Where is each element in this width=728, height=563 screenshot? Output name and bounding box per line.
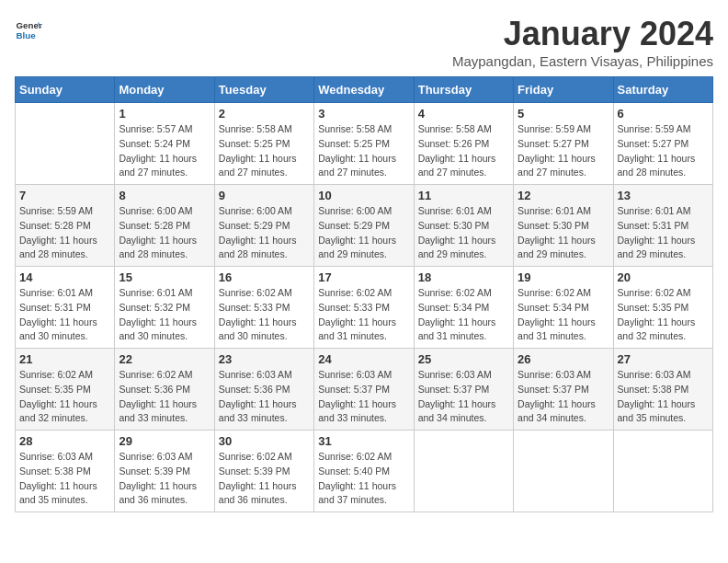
calendar-day-cell: 29Sunrise: 6:03 AMSunset: 5:39 PMDayligh… (115, 431, 214, 512)
day-info: Sunrise: 5:59 AMSunset: 5:27 PMDaylight:… (518, 122, 609, 180)
calendar-day-cell: 24Sunrise: 6:03 AMSunset: 5:37 PMDayligh… (314, 349, 414, 431)
calendar-day-cell: 31Sunrise: 6:02 AMSunset: 5:40 PMDayligh… (314, 431, 414, 512)
day-info: Sunrise: 6:03 AMSunset: 5:37 PMDaylight:… (318, 368, 409, 426)
day-info: Sunrise: 5:58 AMSunset: 5:25 PMDaylight:… (219, 122, 310, 180)
day-number: 19 (518, 270, 609, 284)
day-number: 30 (219, 434, 310, 448)
svg-text:Blue: Blue (17, 30, 37, 40)
calendar-day-cell: 7Sunrise: 5:59 AMSunset: 5:28 PMDaylight… (16, 185, 115, 267)
day-info: Sunrise: 6:00 AMSunset: 5:29 PMDaylight:… (219, 204, 310, 262)
logo: General Blue (15, 15, 42, 42)
page-header: General Blue January 2024 Maypangdan, Ea… (15, 15, 713, 69)
day-number: 31 (318, 434, 409, 448)
day-info: Sunrise: 6:01 AMSunset: 5:32 PMDaylight:… (119, 286, 210, 344)
day-number: 18 (418, 270, 509, 284)
day-number: 25 (418, 352, 509, 366)
calendar-body: 1Sunrise: 5:57 AMSunset: 5:24 PMDaylight… (16, 103, 713, 512)
calendar-day-cell: 26Sunrise: 6:03 AMSunset: 5:37 PMDayligh… (514, 349, 613, 431)
calendar-day-cell: 23Sunrise: 6:03 AMSunset: 5:36 PMDayligh… (214, 349, 313, 431)
calendar-day-cell: 14Sunrise: 6:01 AMSunset: 5:31 PMDayligh… (16, 267, 115, 349)
calendar-day-cell: 1Sunrise: 5:57 AMSunset: 5:24 PMDaylight… (115, 103, 214, 185)
calendar-day-cell: 28Sunrise: 6:03 AMSunset: 5:38 PMDayligh… (16, 431, 115, 512)
calendar-week-row: 1Sunrise: 5:57 AMSunset: 5:24 PMDaylight… (16, 103, 713, 185)
day-number: 8 (119, 189, 210, 202)
calendar-day-cell (16, 103, 115, 185)
calendar-day-cell: 17Sunrise: 6:02 AMSunset: 5:33 PMDayligh… (314, 267, 414, 349)
day-info: Sunrise: 5:58 AMSunset: 5:25 PMDaylight:… (318, 122, 409, 180)
day-info: Sunrise: 5:59 AMSunset: 5:28 PMDaylight:… (19, 204, 110, 262)
calendar-day-cell: 11Sunrise: 6:01 AMSunset: 5:30 PMDayligh… (414, 185, 513, 267)
calendar-week-row: 14Sunrise: 6:01 AMSunset: 5:31 PMDayligh… (16, 267, 713, 349)
day-number: 26 (518, 352, 609, 366)
day-number: 5 (518, 107, 609, 121)
day-info: Sunrise: 6:01 AMSunset: 5:30 PMDaylight:… (518, 204, 609, 262)
calendar-day-cell: 30Sunrise: 6:02 AMSunset: 5:39 PMDayligh… (214, 431, 313, 512)
day-info: Sunrise: 6:02 AMSunset: 5:40 PMDaylight:… (318, 450, 409, 508)
calendar-day-cell (414, 431, 513, 512)
calendar-day-cell: 4Sunrise: 5:58 AMSunset: 5:26 PMDaylight… (414, 103, 513, 185)
day-info: Sunrise: 5:58 AMSunset: 5:26 PMDaylight:… (418, 122, 509, 180)
day-number: 11 (418, 189, 509, 202)
day-info: Sunrise: 6:02 AMSunset: 5:35 PMDaylight:… (618, 286, 709, 344)
day-info: Sunrise: 6:02 AMSunset: 5:34 PMDaylight:… (418, 286, 509, 344)
day-number: 29 (119, 434, 210, 448)
day-info: Sunrise: 6:00 AMSunset: 5:28 PMDaylight:… (119, 204, 210, 262)
weekday-header-cell: Monday (115, 77, 214, 103)
calendar-day-cell: 16Sunrise: 6:02 AMSunset: 5:33 PMDayligh… (214, 267, 313, 349)
calendar-day-cell: 12Sunrise: 6:01 AMSunset: 5:30 PMDayligh… (514, 185, 613, 267)
calendar-day-cell: 27Sunrise: 6:03 AMSunset: 5:38 PMDayligh… (613, 349, 712, 431)
day-number: 20 (618, 270, 709, 284)
day-number: 7 (19, 189, 110, 202)
calendar-day-cell: 10Sunrise: 6:00 AMSunset: 5:29 PMDayligh… (314, 185, 414, 267)
calendar-day-cell: 21Sunrise: 6:02 AMSunset: 5:35 PMDayligh… (16, 349, 115, 431)
day-number: 17 (318, 270, 409, 284)
day-info: Sunrise: 6:03 AMSunset: 5:36 PMDaylight:… (219, 368, 310, 426)
svg-text:General: General (17, 20, 43, 30)
month-title: January 2024 (452, 15, 713, 53)
day-info: Sunrise: 6:02 AMSunset: 5:35 PMDaylight:… (19, 368, 110, 426)
day-info: Sunrise: 6:01 AMSunset: 5:30 PMDaylight:… (418, 204, 509, 262)
weekday-header-cell: Tuesday (214, 77, 313, 103)
day-info: Sunrise: 6:03 AMSunset: 5:39 PMDaylight:… (119, 450, 210, 508)
day-number: 23 (219, 352, 310, 366)
title-block: January 2024 Maypangdan, Eastern Visayas… (452, 15, 713, 69)
calendar-week-row: 21Sunrise: 6:02 AMSunset: 5:35 PMDayligh… (16, 349, 713, 431)
day-number: 21 (19, 352, 110, 366)
calendar-day-cell: 22Sunrise: 6:02 AMSunset: 5:36 PMDayligh… (115, 349, 214, 431)
day-number: 6 (618, 107, 709, 121)
day-number: 4 (418, 107, 509, 121)
calendar-day-cell (613, 431, 712, 512)
day-info: Sunrise: 6:01 AMSunset: 5:31 PMDaylight:… (19, 286, 110, 344)
day-number: 14 (19, 270, 110, 284)
weekday-header-row: SundayMondayTuesdayWednesdayThursdayFrid… (16, 77, 713, 103)
calendar-day-cell: 18Sunrise: 6:02 AMSunset: 5:34 PMDayligh… (414, 267, 513, 349)
calendar-day-cell: 8Sunrise: 6:00 AMSunset: 5:28 PMDaylight… (115, 185, 214, 267)
day-info: Sunrise: 6:01 AMSunset: 5:31 PMDaylight:… (618, 204, 709, 262)
day-info: Sunrise: 6:03 AMSunset: 5:37 PMDaylight:… (518, 368, 609, 426)
day-number: 28 (19, 434, 110, 448)
calendar-week-row: 7Sunrise: 5:59 AMSunset: 5:28 PMDaylight… (16, 185, 713, 267)
day-number: 3 (318, 107, 409, 121)
calendar-table: SundayMondayTuesdayWednesdayThursdayFrid… (15, 76, 713, 512)
day-number: 13 (618, 189, 709, 202)
day-info: Sunrise: 6:02 AMSunset: 5:36 PMDaylight:… (119, 368, 210, 426)
location: Maypangdan, Eastern Visayas, Philippines (452, 53, 713, 69)
calendar-day-cell: 9Sunrise: 6:00 AMSunset: 5:29 PMDaylight… (214, 185, 313, 267)
weekday-header-cell: Wednesday (314, 77, 414, 103)
day-number: 12 (518, 189, 609, 202)
calendar-day-cell: 13Sunrise: 6:01 AMSunset: 5:31 PMDayligh… (613, 185, 712, 267)
calendar-week-row: 28Sunrise: 6:03 AMSunset: 5:38 PMDayligh… (16, 431, 713, 512)
calendar-day-cell: 19Sunrise: 6:02 AMSunset: 5:34 PMDayligh… (514, 267, 613, 349)
day-info: Sunrise: 6:03 AMSunset: 5:38 PMDaylight:… (618, 368, 709, 426)
day-number: 16 (219, 270, 310, 284)
day-number: 22 (119, 352, 210, 366)
calendar-day-cell: 3Sunrise: 5:58 AMSunset: 5:25 PMDaylight… (314, 103, 414, 185)
logo-icon: General Blue (15, 15, 42, 42)
day-info: Sunrise: 6:02 AMSunset: 5:34 PMDaylight:… (518, 286, 609, 344)
calendar-day-cell: 20Sunrise: 6:02 AMSunset: 5:35 PMDayligh… (613, 267, 712, 349)
day-number: 24 (318, 352, 409, 366)
calendar-day-cell (514, 431, 613, 512)
day-number: 15 (119, 270, 210, 284)
day-number: 9 (219, 189, 310, 202)
day-number: 2 (219, 107, 310, 121)
